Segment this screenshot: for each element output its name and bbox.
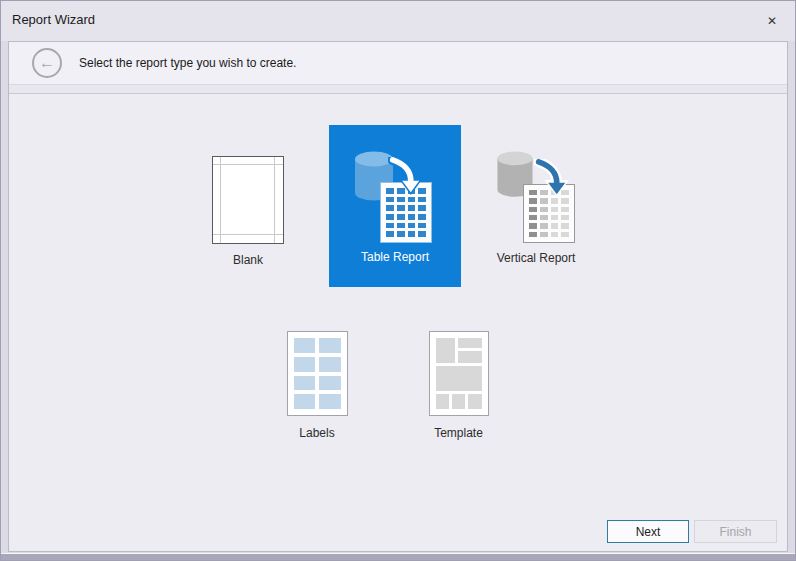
grid-cell <box>529 198 537 203</box>
template-row <box>436 338 482 363</box>
grid-cell <box>551 198 559 203</box>
grid-cell <box>529 232 537 237</box>
template-row <box>436 394 482 409</box>
blank-page-icon <box>212 156 284 244</box>
grid-cell <box>386 231 394 237</box>
template-block <box>436 394 449 409</box>
grid-cell <box>418 214 426 220</box>
option-template[interactable]: Template <box>388 331 529 440</box>
wizard-instruction: Select the report type you wish to creat… <box>79 56 296 70</box>
grid-cell <box>408 205 416 211</box>
option-labels-label: Labels <box>299 426 334 440</box>
grid-cell <box>561 207 569 212</box>
grid-cell <box>319 338 341 353</box>
finish-button-label: Finish <box>719 525 751 539</box>
grid-cell <box>418 223 426 229</box>
report-wizard-dialog: Report Wizard ✕ ← Select the report type… <box>0 0 796 561</box>
option-blank-label: Blank <box>233 253 263 267</box>
next-button[interactable]: Next <box>607 520 689 543</box>
title-bar: Report Wizard ✕ <box>1 1 795 41</box>
labels-page-icon <box>287 331 348 416</box>
template-column <box>458 338 482 363</box>
template-block <box>468 394 482 409</box>
grid-cell <box>319 394 341 409</box>
grid-cell <box>294 376 316 391</box>
grid-cell <box>540 223 548 228</box>
option-template-label: Template <box>434 426 483 440</box>
grid-cell <box>386 197 394 203</box>
grid-cell <box>397 223 405 229</box>
report-type-list: Blank Table Report <box>9 94 787 509</box>
table-report-icon <box>354 151 436 243</box>
grid-cell <box>551 232 559 237</box>
import-arrow-icon <box>534 159 570 197</box>
grid-cell <box>319 357 341 372</box>
back-arrow-icon: ← <box>39 55 55 71</box>
grid-cell <box>529 223 537 228</box>
grid-cell <box>319 376 341 391</box>
grid-cell <box>294 357 316 372</box>
grid-cell <box>561 232 569 237</box>
option-table-report[interactable]: Table Report <box>329 125 461 287</box>
next-button-label: Next <box>636 525 661 539</box>
template-block <box>436 338 455 363</box>
grid-cell <box>408 197 416 203</box>
grid-cell <box>386 205 394 211</box>
grid-cell <box>561 198 569 203</box>
grid-cell <box>408 231 416 237</box>
grid-cell <box>408 214 416 220</box>
grid-cell <box>397 205 405 211</box>
option-labels[interactable]: Labels <box>246 331 388 440</box>
import-arrow-icon <box>388 157 424 195</box>
grid-cell <box>551 223 559 228</box>
option-table-report-label: Table Report <box>329 250 461 264</box>
grid-cell <box>397 231 405 237</box>
grid-cell <box>551 207 559 212</box>
grid-cell <box>529 207 537 212</box>
grid-cell <box>418 197 426 203</box>
grid-cell <box>294 394 316 409</box>
grid-cell <box>540 215 548 220</box>
option-vertical-report[interactable]: Vertical Report <box>456 147 616 277</box>
grid-cell <box>418 231 426 237</box>
option-vertical-report-label: Vertical Report <box>456 251 616 265</box>
vertical-report-icon <box>496 151 578 243</box>
finish-button[interactable]: Finish <box>694 520 777 543</box>
grid-cell <box>540 198 548 203</box>
dialog-client-area: ← Select the report type you wish to cre… <box>8 41 788 552</box>
grid-cell <box>397 197 405 203</box>
grid-cell <box>540 207 548 212</box>
close-button[interactable]: ✕ <box>763 12 781 30</box>
close-icon: ✕ <box>767 14 777 28</box>
wizard-header: ← Select the report type you wish to cre… <box>9 42 787 85</box>
template-block <box>458 351 482 363</box>
grid-cell <box>561 215 569 220</box>
dialog-title: Report Wizard <box>12 12 95 27</box>
template-block <box>436 366 482 391</box>
back-button[interactable]: ← <box>32 48 62 78</box>
grid-cell <box>561 223 569 228</box>
template-page-icon <box>429 331 489 416</box>
grid-cell <box>397 214 405 220</box>
grid-cell <box>408 223 416 229</box>
header-separator <box>9 85 787 94</box>
grid-cell <box>294 338 316 353</box>
template-block <box>458 338 482 348</box>
grid-cell <box>418 205 426 211</box>
grid-cell <box>529 215 537 220</box>
grid-cell <box>386 223 394 229</box>
grid-cell <box>386 214 394 220</box>
template-block <box>452 394 465 409</box>
grid-cell <box>551 215 559 220</box>
grid-cell <box>540 232 548 237</box>
option-blank[interactable]: Blank <box>176 156 320 267</box>
